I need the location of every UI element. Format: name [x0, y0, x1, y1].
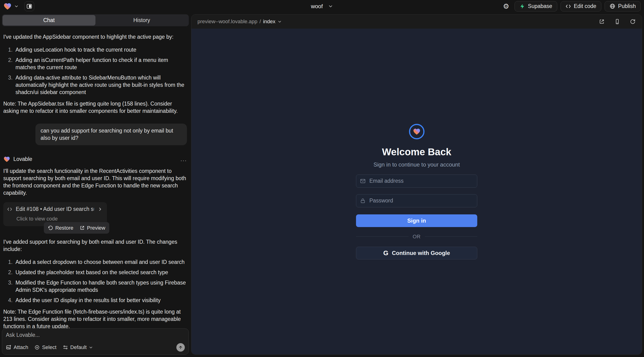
list-item: Adding data-active attribute to SidebarM…: [14, 74, 187, 96]
message-options-icon[interactable]: ...: [180, 156, 187, 163]
settings-button[interactable]: ⚙: [501, 1, 511, 12]
top-bar: woof ⚙ Supabase Edit code Publish: [0, 0, 644, 12]
password-field-wrapper: [356, 194, 477, 207]
open-in-new-tab-icon[interactable]: [599, 18, 605, 25]
restore-icon: [48, 225, 53, 230]
publish-button[interactable]: Publish: [604, 1, 641, 12]
user-message-text: can you add support for searching not on…: [40, 128, 173, 141]
chat-history-tabbar: Chat History: [2, 14, 189, 26]
list-item: Modified the Edge Function to handle bot…: [14, 279, 187, 294]
select-label: Select: [42, 344, 56, 350]
login-title: Welcome Back: [382, 146, 452, 158]
mode-selector-button[interactable]: Default: [62, 344, 93, 350]
preview-button[interactable]: Preview: [80, 224, 105, 232]
chevron-down-icon: [278, 20, 282, 24]
globe-icon: [610, 3, 616, 9]
chevron-down-icon[interactable]: [14, 4, 19, 9]
tab-chat[interactable]: Chat: [2, 15, 96, 26]
select-target-icon: [34, 344, 40, 350]
external-link-icon: [80, 225, 85, 230]
attach-label: Attach: [14, 344, 28, 350]
preview-url-host: preview--woof.lovable.app: [198, 18, 258, 25]
assistant-numbered-list: Added a select dropdown to choose betwee…: [3, 258, 187, 304]
arrow-up-icon: [178, 345, 183, 350]
assistant-name: Lovable: [13, 156, 32, 163]
mobile-view-icon[interactable]: [614, 18, 620, 25]
select-button[interactable]: Select: [34, 344, 56, 350]
attach-button[interactable]: Attach: [6, 344, 28, 350]
code-icon: [566, 4, 571, 9]
restore-button[interactable]: Restore: [48, 224, 74, 232]
preview-url-separator: /: [260, 18, 261, 25]
attach-image-icon: [6, 344, 12, 350]
edit-card-toolbar: Restore Preview: [44, 222, 109, 234]
edit-code-button[interactable]: Edit code: [560, 1, 601, 12]
lovable-logo-heart-icon[interactable]: [3, 2, 12, 10]
list-item: Adding an isCurrentPath helper function …: [14, 56, 187, 71]
preview-url-selector[interactable]: preview--woof.lovable.app / index: [198, 18, 282, 25]
supabase-button[interactable]: Supabase: [514, 1, 557, 12]
lock-icon: [360, 198, 366, 204]
preview-viewport: Welcome Back Sign in to continue to your…: [191, 28, 642, 354]
chevron-down-icon: [328, 4, 333, 9]
google-sign-in-button[interactable]: G Continue with Google: [356, 247, 477, 260]
user-message-bubble: can you add support for searching not on…: [36, 124, 187, 145]
send-button[interactable]: [176, 343, 185, 352]
sliders-icon: [62, 344, 68, 350]
assistant-message-text: I've updated the AppSidebar component to…: [3, 33, 187, 40]
preview-browser-bar: preview--woof.lovable.app / index: [191, 14, 642, 28]
password-field[interactable]: [356, 194, 477, 207]
edit-code-label: Edit code: [574, 3, 596, 10]
project-name: woof: [311, 3, 323, 10]
email-field[interactable]: [356, 174, 477, 188]
list-item: Adding useLocation hook to track the cur…: [14, 46, 187, 54]
supabase-bolt-icon: [520, 4, 525, 9]
preview-panel: preview--woof.lovable.app / index Welcom…: [191, 14, 642, 355]
mode-label: Default: [70, 344, 87, 350]
assistant-note-text: Note: The Edge Function file (fetch-fire…: [3, 308, 187, 328]
assistant-note-text: Note: The AppSidebar.tsx file is getting…: [3, 100, 187, 115]
project-switcher[interactable]: woof: [311, 3, 333, 10]
assistant-message-text: I'll update the search functionality in …: [3, 168, 187, 196]
preview-label: Preview: [87, 224, 105, 232]
gear-icon: ⚙: [503, 2, 510, 10]
assistant-numbered-list: Adding useLocation hook to track the cur…: [3, 46, 187, 96]
or-divider-label: OR: [413, 234, 421, 240]
app-logo: [409, 124, 424, 139]
chat-composer: Attach Select Default: [2, 328, 189, 355]
edit-card-subtitle: Click to view code: [7, 215, 103, 222]
heart-icon: [413, 128, 421, 135]
chevron-right-icon: [98, 207, 103, 212]
toggle-sidebar-button[interactable]: [24, 2, 34, 11]
restore-label: Restore: [55, 224, 74, 232]
supabase-label: Supabase: [528, 3, 552, 10]
preview-url-page: index: [263, 18, 276, 25]
list-item: Added a select dropdown to choose betwee…: [14, 258, 187, 266]
google-g-icon: G: [383, 249, 388, 257]
login-subtitle: Sign in to continue to your account: [373, 162, 460, 168]
chat-message-list[interactable]: I've updated the AppSidebar component to…: [2, 26, 189, 328]
login-form: Welcome Back Sign in to continue to your…: [356, 124, 477, 260]
assistant-message-header: Lovable ...: [3, 156, 187, 163]
edit-card-title: Edit #108 • Add user ID search supp...: [16, 206, 94, 213]
chat-input[interactable]: [6, 332, 185, 340]
chat-panel: Chat History I've updated the AppSidebar…: [0, 12, 191, 357]
tab-history[interactable]: History: [96, 15, 188, 26]
edit-version-card[interactable]: Edit #108 • Add user ID search supp... C…: [3, 202, 107, 226]
email-icon: [360, 178, 366, 184]
email-field-wrapper: [356, 174, 477, 188]
list-item: Added the user ID display in the results…: [14, 297, 187, 304]
panel-layout-icon: [26, 3, 32, 10]
list-item: Updated the placeholder text based on th…: [14, 269, 187, 276]
lovable-avatar-heart-icon: [3, 156, 10, 162]
refresh-icon[interactable]: [630, 18, 636, 25]
google-button-label: Continue with Google: [392, 250, 450, 256]
sign-in-button[interactable]: Sign in: [356, 214, 477, 227]
assistant-message-text: I've added support for searching by both…: [3, 238, 187, 253]
chevron-down-icon: [89, 345, 93, 350]
or-divider: OR: [356, 234, 477, 240]
code-icon: [7, 206, 12, 212]
publish-label: Publish: [618, 3, 636, 10]
